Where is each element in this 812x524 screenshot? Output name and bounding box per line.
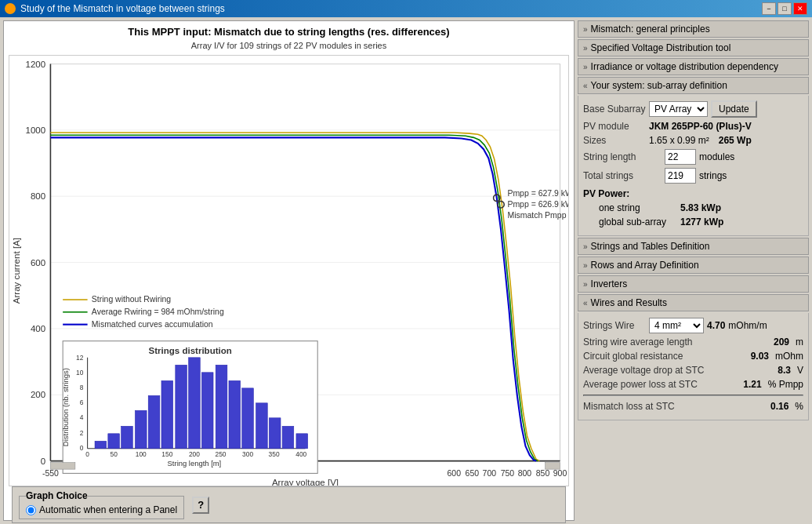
svg-rect-60 bbox=[95, 441, 107, 448]
svg-text:8: 8 bbox=[80, 384, 84, 391]
svg-rect-65 bbox=[161, 380, 173, 448]
strings-wire-row: Strings Wire 4 mm² 4.70 mOhm/m bbox=[583, 318, 803, 333]
svg-text:800: 800 bbox=[31, 191, 45, 201]
main-chart-svg: 1200 1000 800 600 400 200 0 Array curren… bbox=[9, 56, 568, 486]
avg-length-row: String wire average length 209 m bbox=[583, 337, 803, 348]
circuit-resistance-label: Circuit global resistance bbox=[583, 351, 748, 362]
section-inverters[interactable]: » Inverters bbox=[578, 275, 809, 293]
svg-text:0: 0 bbox=[41, 457, 45, 466]
svg-rect-66 bbox=[176, 365, 187, 448]
section-your-system[interactable]: « Your system: sub-array definition bbox=[578, 77, 809, 94]
avg-voltage-row: Average voltage drop at STC 8.3 V bbox=[583, 365, 803, 376]
mismatch-row: Mismatch loss at STC 0.16 % bbox=[583, 401, 803, 412]
section-wires-results-content: Strings Wire 4 mm² 4.70 mOhm/m String wi… bbox=[578, 313, 809, 420]
svg-text:1200: 1200 bbox=[26, 60, 46, 69]
circuit-resistance-row: Circuit global resistance 9.03 mOhm bbox=[583, 351, 803, 362]
svg-text:Mismatched curves accumulation: Mismatched curves accumulation bbox=[92, 319, 213, 329]
svg-rect-72 bbox=[256, 403, 268, 449]
graph-choice-legend: Graph Choice bbox=[26, 490, 88, 501]
string-length-input[interactable] bbox=[665, 149, 696, 165]
sizes-label: Sizes bbox=[583, 135, 646, 146]
section-rows-array[interactable]: » Rows and Array Definition bbox=[578, 257, 809, 274]
svg-text:250: 250 bbox=[215, 450, 226, 458]
section-strings-tables-label: Strings and Tables Definition bbox=[591, 241, 710, 252]
chart-area: 1200 1000 800 600 400 200 0 Array curren… bbox=[9, 55, 569, 486]
bottom-panel: Graph Choice Automatic when entering a P… bbox=[12, 486, 566, 523]
right-panel: » Mismatch: general principles » Specifi… bbox=[578, 20, 809, 521]
section-specified-voltage[interactable]: » Specified Voltage Distribution tool bbox=[578, 39, 809, 56]
svg-text:Pmpp = 627.9 kW (average res.): Pmpp = 627.9 kW (average res.) bbox=[507, 188, 568, 198]
section-wires-results-label: Wires and Results bbox=[591, 297, 667, 308]
section-strings-tables[interactable]: » Strings and Tables Definition bbox=[578, 238, 809, 255]
mismatch-value: 0.16 bbox=[770, 401, 788, 412]
base-subarray-select[interactable]: PV Array bbox=[649, 101, 708, 117]
svg-text:Mismatch Pmpp loss = -0.16 %: Mismatch Pmpp loss = -0.16 % bbox=[507, 210, 568, 220]
avg-voltage-label: Average voltage drop at STC bbox=[583, 365, 774, 376]
global-row: global sub-array 1277 kWp bbox=[599, 217, 803, 227]
svg-text:12: 12 bbox=[76, 354, 84, 362]
window-title: Study of the Mismatch in voltage between… bbox=[20, 3, 225, 14]
svg-text:600: 600 bbox=[31, 258, 45, 267]
pv-module-value: JKM 265PP-60 (Plus)-V bbox=[649, 121, 752, 132]
svg-text:200: 200 bbox=[189, 450, 200, 458]
svg-text:String without Rwiring: String without Rwiring bbox=[92, 294, 171, 304]
mismatch-unit: % bbox=[795, 401, 803, 412]
svg-text:50: 50 bbox=[110, 450, 118, 458]
strings-wire-unit: 4.70 bbox=[707, 320, 725, 331]
global-label: global sub-array bbox=[599, 217, 677, 227]
section-your-system-label: Your system: sub-array definition bbox=[591, 80, 727, 91]
svg-text:1000: 1000 bbox=[26, 126, 46, 135]
avg-power-value: 1.21 bbox=[743, 379, 761, 390]
sizes-value: 1.65 x 0.99 m² bbox=[649, 135, 709, 146]
chart-subtitle: Array I/V for 109 strings of 22 PV modul… bbox=[9, 41, 569, 50]
section-wires-results[interactable]: « Wires and Results bbox=[578, 294, 809, 311]
one-string-row: one string 5.83 kWp bbox=[599, 202, 803, 213]
one-string-value: 5.83 kWp bbox=[680, 202, 721, 213]
section-specified-voltage-label: Specified Voltage Distribution tool bbox=[591, 42, 731, 53]
svg-text:Pmpp = 626.9 kW, mismatch resu: Pmpp = 626.9 kW, mismatch resultant bbox=[507, 199, 568, 209]
section-rows-array-label: Rows and Array Definition bbox=[591, 260, 699, 271]
svg-text:Average Rwiring = 984 mOhm/str: Average Rwiring = 984 mOhm/string bbox=[92, 307, 224, 316]
total-strings-label: Total strings bbox=[583, 170, 662, 181]
radio-automatic[interactable] bbox=[26, 505, 36, 515]
global-value: 1277 kWp bbox=[680, 217, 723, 227]
svg-text:100: 100 bbox=[136, 450, 147, 458]
chart-title: This MPPT input: Mismatch due to string … bbox=[9, 26, 569, 38]
window-controls[interactable]: − □ ✕ bbox=[762, 2, 807, 15]
arrow-inverters: » bbox=[583, 280, 588, 289]
svg-text:0: 0 bbox=[85, 450, 89, 458]
string-length-label: String length bbox=[583, 151, 662, 162]
close-button[interactable]: ✕ bbox=[793, 2, 807, 15]
arrow-mismatch-general: » bbox=[583, 25, 588, 34]
svg-text:10: 10 bbox=[76, 369, 84, 377]
strings-wire-label: Strings Wire bbox=[583, 320, 646, 331]
svg-text:800: 800 bbox=[518, 468, 532, 478]
avg-power-label: Average power loss at STC bbox=[583, 379, 740, 390]
avg-voltage-unit: V bbox=[797, 365, 803, 376]
base-subarray-row: Base Subarray PV Array Update bbox=[583, 100, 803, 118]
minimize-button[interactable]: − bbox=[762, 2, 776, 15]
string-length-unit: modules bbox=[699, 151, 734, 162]
svg-text:Distribution (nb. strings): Distribution (nb. strings) bbox=[62, 368, 71, 446]
svg-text:0: 0 bbox=[80, 444, 84, 452]
section-mismatch-general[interactable]: » Mismatch: general principles bbox=[578, 20, 809, 38]
section-irradiance[interactable]: » Irradiance or voltage distribution dep… bbox=[578, 58, 809, 75]
arrow-your-system: « bbox=[583, 82, 588, 90]
help-button[interactable]: ? bbox=[192, 497, 209, 514]
maximize-button[interactable]: □ bbox=[778, 2, 792, 15]
title-bar: Study of the Mismatch in voltage between… bbox=[0, 0, 812, 17]
section-inverters-label: Inverters bbox=[591, 278, 628, 289]
total-strings-input[interactable] bbox=[665, 168, 696, 184]
update-button[interactable]: Update bbox=[711, 100, 757, 118]
avg-length-label: String wire average length bbox=[583, 337, 770, 348]
radio-option-automatic[interactable]: Automatic when entering a Panel bbox=[26, 504, 177, 515]
pv-module-row: PV module JKM 265PP-60 (Plus)-V bbox=[583, 121, 803, 132]
one-string-label: one string bbox=[599, 202, 677, 213]
arrow-specified-voltage: » bbox=[583, 44, 588, 53]
app-icon bbox=[5, 3, 16, 14]
svg-rect-63 bbox=[135, 410, 147, 448]
arrow-wires-results: « bbox=[583, 299, 588, 307]
section-your-system-content: Base Subarray PV Array Update PV module … bbox=[578, 96, 809, 236]
strings-wire-select[interactable]: 4 mm² bbox=[649, 318, 704, 333]
svg-text:Array current [A]: Array current [A] bbox=[12, 238, 21, 304]
